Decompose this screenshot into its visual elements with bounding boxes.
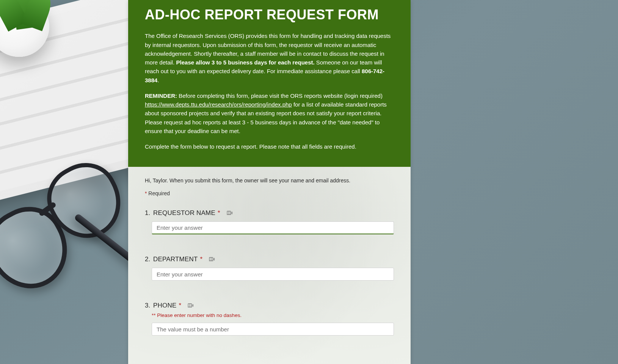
question-label: DEPARTMENT (153, 256, 198, 263)
form-body: Hi, Taylor. When you submit this form, t… (128, 167, 411, 364)
form-header: AD-HOC REPORT REQUEST FORM The Office of… (128, 0, 411, 167)
question-label: REQUESTOR NAME (153, 209, 215, 217)
greeting-text: Hi, Taylor. When you submit this form, t… (145, 177, 394, 184)
form-intro-paragraph-2: REMINDER: Before completing this form, p… (145, 91, 394, 135)
required-label: Required (147, 190, 170, 196)
requestor-name-input[interactable] (152, 221, 394, 234)
question-hint: ** Please enter number with no dashes. (152, 312, 394, 318)
reminder-lead: REMINDER: (145, 93, 177, 99)
question-label: PHONE (153, 302, 176, 309)
question-header: 2. DEPARTMENT * (145, 256, 394, 263)
required-note: * Required (145, 190, 394, 196)
question-header: 1. REQUESTOR NAME * (145, 209, 394, 217)
question-department: 2. DEPARTMENT * (145, 256, 394, 281)
intro-emphasis: Please allow 3 to 5 business days for ea… (176, 59, 315, 66)
required-asterisk: * (218, 209, 220, 217)
question-number: 2. (145, 256, 151, 263)
reports-link[interactable]: https://www.depts.ttu.edu/research/ors/r… (145, 101, 292, 108)
question-requestor-name: 1. REQUESTOR NAME * (145, 209, 394, 234)
question-number: 3. (145, 302, 151, 309)
immersive-reader-icon[interactable] (226, 210, 233, 217)
question-header: 3. PHONE * (145, 302, 394, 309)
immersive-reader-icon[interactable] (209, 256, 215, 263)
immersive-reader-icon[interactable] (187, 302, 194, 309)
phone-input[interactable] (152, 323, 394, 336)
reminder-text: Before completing this form, please visi… (177, 93, 383, 99)
required-asterisk: * (200, 256, 203, 263)
question-phone: 3. PHONE * ** Please enter number with n… (145, 302, 394, 336)
form-intro-paragraph-3: Complete the form below to request a rep… (145, 142, 394, 151)
plant-decor (0, 0, 72, 64)
form-title: AD-HOC REPORT REQUEST FORM (145, 7, 394, 22)
required-asterisk: * (179, 302, 181, 309)
form-card: AD-HOC REPORT REQUEST FORM The Office of… (128, 0, 411, 364)
intro-text: . (157, 77, 159, 83)
form-intro-paragraph-1: The Office of Research Services (ORS) pr… (145, 31, 394, 85)
question-number: 1. (145, 209, 151, 217)
department-input[interactable] (152, 268, 394, 281)
